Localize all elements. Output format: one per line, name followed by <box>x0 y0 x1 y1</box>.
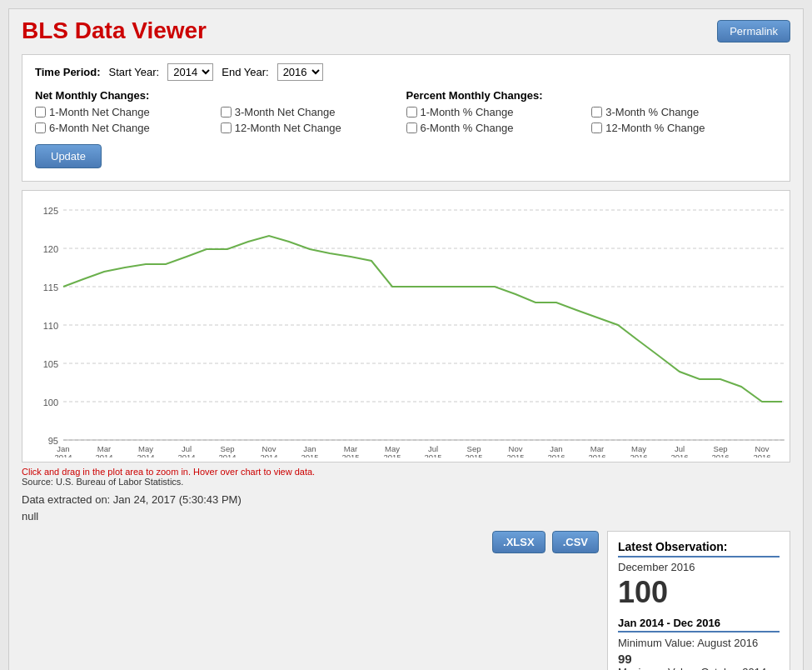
latest-obs-month: December 2016 <box>618 561 780 573</box>
label-6month-net: 6-Month Net Change <box>49 122 150 134</box>
label-3month-net: 3-Month Net Change <box>235 106 336 118</box>
svg-text:125: 125 <box>43 206 58 216</box>
svg-text:2014: 2014 <box>260 452 277 458</box>
svg-text:2014: 2014 <box>137 452 154 458</box>
checkbox-3month-net[interactable] <box>221 107 232 118</box>
svg-text:2014: 2014 <box>218 452 236 458</box>
checkbox-12month-pct[interactable] <box>591 122 602 133</box>
svg-text:110: 110 <box>43 321 58 331</box>
end-year-label: End Year: <box>222 66 268 78</box>
csv-button[interactable]: .CSV <box>552 531 599 553</box>
label-1month-pct: 1-Month % Change <box>421 106 514 118</box>
stats-min-label: Minimum Value: August 2016 <box>618 637 780 649</box>
stats-panel: Latest Observation: December 2016 100 Ja… <box>607 531 790 670</box>
checkbox-3month-pct[interactable] <box>591 107 602 118</box>
label-12month-net: 12-Month Net Change <box>235 122 341 134</box>
svg-text:2015: 2015 <box>506 452 524 458</box>
svg-text:2016: 2016 <box>588 452 605 458</box>
svg-text:2016: 2016 <box>753 452 770 458</box>
start-year-label: Start Year: <box>109 66 160 78</box>
permalink-button[interactable]: Permalink <box>717 20 790 42</box>
svg-text:2015: 2015 <box>383 452 401 458</box>
end-year-select[interactable]: 2016 2014 2015 2017 <box>277 63 323 81</box>
label-12month-pct: 12-Month % Change <box>605 122 705 134</box>
chart-area[interactable]: 125 120 115 110 105 100 95 <box>22 190 790 462</box>
null-text: null <box>22 510 790 522</box>
svg-text:2015: 2015 <box>424 452 441 458</box>
svg-text:2016: 2016 <box>670 452 688 458</box>
stats-max-label: Maximum Value: October 2014 <box>618 666 780 670</box>
checkbox-6month-pct[interactable] <box>406 122 417 133</box>
chart-note: Click and drag in the plot area to zoom … <box>22 467 790 477</box>
update-button[interactable]: Update <box>35 144 102 168</box>
checkbox-1month-net[interactable] <box>35 107 46 118</box>
svg-text:120: 120 <box>43 244 58 254</box>
svg-text:2016: 2016 <box>547 452 565 458</box>
time-period-label: Time Period: <box>35 66 101 78</box>
stats-min-value: 99 <box>618 652 780 666</box>
latest-obs-value: 100 <box>618 575 780 610</box>
svg-text:2016: 2016 <box>630 452 647 458</box>
net-monthly-title: Net Monthly Changes: <box>35 89 221 102</box>
checkbox-12month-net[interactable] <box>221 122 232 133</box>
svg-text:2015: 2015 <box>465 452 482 458</box>
net-monthly-spacer <box>221 89 406 102</box>
svg-text:2014: 2014 <box>95 452 112 458</box>
stats-range-title: Jan 2014 - Dec 2016 <box>618 617 780 632</box>
svg-text:2015: 2015 <box>341 452 359 458</box>
svg-text:100: 100 <box>43 398 58 408</box>
pct-monthly-title: Percent Monthly Changes: <box>406 89 592 102</box>
svg-text:2015: 2015 <box>301 452 318 458</box>
checkbox-1month-pct[interactable] <box>406 107 417 118</box>
latest-obs-title: Latest Observation: <box>618 540 780 558</box>
app-title: BLS Data Viewer <box>22 18 207 44</box>
checkbox-6month-net[interactable] <box>35 122 46 133</box>
svg-text:2014: 2014 <box>177 452 195 458</box>
label-1month-net: 1-Month Net Change <box>49 106 150 118</box>
svg-text:2016: 2016 <box>711 452 729 458</box>
xlsx-button[interactable]: .XLSX <box>492 531 545 553</box>
svg-text:115: 115 <box>43 282 58 292</box>
svg-text:105: 105 <box>43 359 58 369</box>
chart-svg: 125 120 115 110 105 100 95 <box>27 199 793 458</box>
label-6month-pct: 6-Month % Change <box>421 122 514 134</box>
chart-source: Source: U.S. Bureau of Labor Statistics. <box>22 477 790 487</box>
data-extracted: Data extracted on: Jan 24, 2017 (5:30:43… <box>22 493 790 506</box>
pct-monthly-spacer <box>591 89 777 102</box>
start-year-select[interactable]: 2014 2013 2015 2016 <box>167 63 213 81</box>
svg-text:2014: 2014 <box>54 452 72 458</box>
label-3month-pct: 3-Month % Change <box>605 106 699 118</box>
